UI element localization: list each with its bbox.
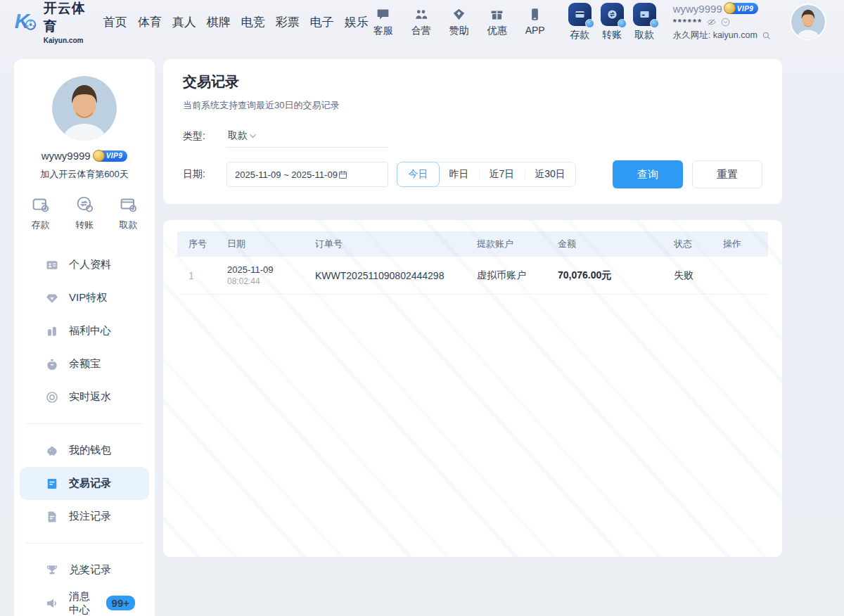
rebate-icon [45,390,59,404]
transfer-outline-icon [75,195,94,214]
prize-icon [45,563,59,577]
unread-count-badge: 99+ [106,596,135,610]
topnav-item-4[interactable]: 电竞 [241,14,265,30]
page-title: 交易记录 [183,72,762,91]
sidebar-item-rebate[interactable]: 实时返水 [20,380,149,413]
column-header: 金额 [558,238,674,250]
username[interactable]: wywy9999 [673,3,722,15]
page-subtitle: 当前系统支持查询最近30日的交易记录 [183,99,762,112]
topnav-item-0[interactable]: 首页 [103,14,127,30]
menu-divider [25,543,143,544]
topnav-item-1[interactable]: 体育 [138,14,162,30]
vip-badge: VIP9 [726,3,759,14]
sidebar-item-id-card[interactable]: 个人资料 [20,248,149,281]
sidebar: wywy9999 VIP9 加入开云体育第600天 存款转账取款 个人资料VIP… [14,59,155,616]
topbar-wallet-links: 存款 转账 取款 [568,3,656,41]
masked-balance: ****** [673,17,703,27]
brand-name-cn: 开云体育 [44,0,89,36]
date-range-input[interactable]: 2025-11-09 ~ 2025-11-09 [226,162,388,187]
sidebar-item-welfare[interactable]: 福利中心 [20,314,149,347]
profile-avatar[interactable] [52,76,117,141]
brand-name-en: Kaiyun.com [44,37,89,44]
column-header: 日期 [227,238,315,250]
date-quick-ranges: 今日昨日近7日近30日 [397,162,576,187]
topnav-item-2[interactable]: 真人 [172,14,196,30]
brand-logo[interactable]: K 开云体育 Kaiyun.com [14,0,89,44]
sidebar-menu: 个人资料VIP特权福利中心余额宝实时返水我的钱包交易记录投注记录兑奖记录消息中心… [14,248,155,616]
topnav-item-3[interactable]: 棋牌 [207,14,231,30]
search-button[interactable]: 查询 [613,160,683,188]
type-label: 类型: [183,130,215,143]
magnifier-icon[interactable] [761,30,772,41]
topbar-link-gift[interactable]: 优惠 [482,7,512,37]
vip-medal-icon [93,150,105,162]
user-block: wywy9999 VIP9 ****** 永久网址: kaiyun.com [673,3,784,41]
gift-icon [490,7,504,22]
cell-order-no: KWWT202511090802444298 [315,270,477,281]
topbar: K 开云体育 Kaiyun.com 首页体育真人棋牌电竞彩票电子娱乐 客服合营赞… [0,0,844,44]
eye-off-icon[interactable] [706,17,717,27]
wallet-outline-icon [31,195,50,214]
card-icon [574,8,586,20]
withdraw-icon [639,8,651,20]
sidebar-item-piggy-bank[interactable]: 我的钱包 [20,434,149,467]
bet-record-icon [45,510,59,524]
column-header: 订单号 [315,238,477,250]
avatar[interactable] [791,5,825,39]
table-row: 1 2025-11-0908:02:44 KWWT202511090802444… [177,257,768,295]
profile-username: wywy9999 [41,150,91,162]
megaphone-icon [45,596,59,610]
reset-button[interactable]: 重置 [692,160,762,188]
sidebar-item-ledger[interactable]: 交易记录 [20,467,149,500]
topbar-wallet-card[interactable]: 存款 [568,3,592,41]
people-icon [414,7,428,22]
sidebar-item-prize[interactable]: 兑奖记录 [20,553,149,586]
topbar-wallet-transfer[interactable]: 转账 [601,3,624,41]
join-days-text: 加入开云体育第600天 [14,168,155,181]
sidebar-action-card[interactable]: 取款 [119,195,138,231]
date-range-option-1[interactable]: 昨日 [439,162,479,186]
topbar-quick-links: 客服合营赞助优惠APP [369,7,550,37]
sidebar-item-bet-record[interactable]: 投注记录 [20,500,149,533]
type-select[interactable]: 取款 [226,124,388,148]
chevron-circle-icon[interactable] [720,17,731,27]
filter-card: 交易记录 当前系统支持查询最近30日的交易记录 类型: 取款 日期: 2025-… [163,59,782,204]
topnav-item-6[interactable]: 电子 [310,14,334,30]
main-nav: 首页体育真人棋牌电竞彩票电子娱乐 [103,14,369,30]
sidebar-action-transfer[interactable]: 转账 [75,195,94,231]
date-range-option-0[interactable]: 今日 [397,162,440,187]
column-header: 序号 [188,238,227,250]
sidebar-action-wallet[interactable]: 存款 [31,195,50,231]
money-bag-icon [45,357,59,371]
sidebar-item-megaphone[interactable]: 消息中心99+ [20,586,149,616]
cell-status: 失败 [674,269,723,282]
date-range-option-2[interactable]: 近7日 [479,162,525,186]
topbar-link-diamond[interactable]: 赞助 [445,7,474,37]
table-header: 序号日期订单号提款账户金额状态操作 [177,231,768,257]
topbar-link-chat[interactable]: 客服 [369,7,398,37]
id-card-icon [45,258,59,272]
column-header: 操作 [723,238,768,250]
date-range-option-3[interactable]: 近30日 [525,162,576,186]
topnav-item-5[interactable]: 彩票 [276,14,300,30]
topbar-wallet-withdraw[interactable]: 取款 [633,3,656,41]
topnav-item-7[interactable]: 娱乐 [345,14,369,30]
ledger-icon [45,477,59,491]
permanent-url-note: 永久网址: kaiyun.com [673,30,757,41]
calendar-icon [338,169,348,180]
sidebar-quick-actions: 存款转账取款 [14,195,155,231]
transfer-icon [606,8,618,20]
cell-index: 1 [188,270,227,281]
profile-vip-badge: VIP9 [95,150,128,162]
vip-medal-icon [724,2,736,14]
welfare-icon [45,324,59,338]
sidebar-item-money-bag[interactable]: 余额宝 [20,347,149,380]
sidebar-item-vip-diamond[interactable]: VIP特权 [20,281,149,314]
topbar-link-phone[interactable]: APP [520,7,550,37]
vip-diamond-icon [45,291,59,305]
column-header: 提款账户 [477,238,558,250]
topbar-link-people[interactable]: 合营 [407,7,436,37]
coin-badge-icon [650,19,659,28]
coin-badge-icon [618,19,627,28]
menu-divider [25,423,143,424]
